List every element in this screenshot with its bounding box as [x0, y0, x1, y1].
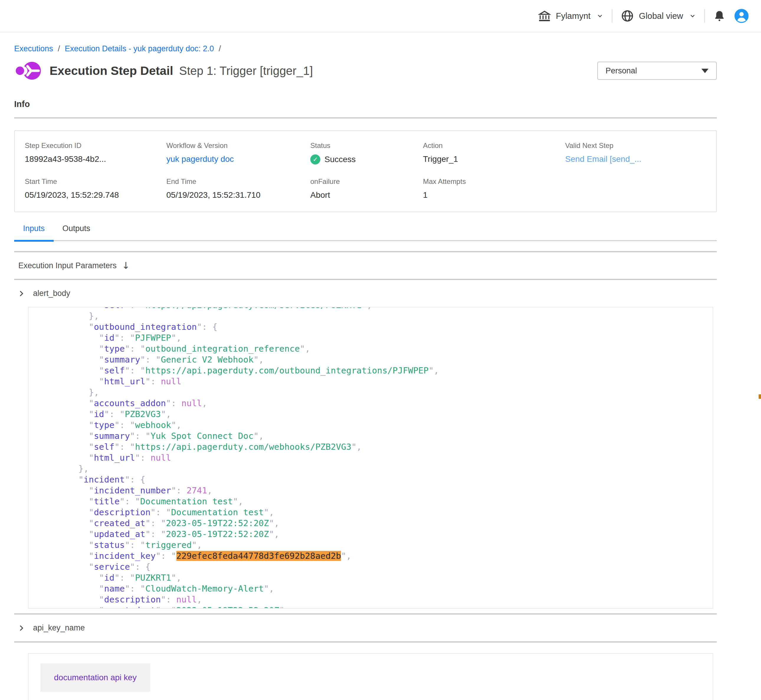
- globe-icon: [621, 9, 634, 23]
- scope-selected-value: Personal: [606, 66, 637, 75]
- field-label: Status: [310, 141, 423, 150]
- execution-input-parameters-header: Execution Input Parameters ↓: [14, 252, 717, 279]
- view-switcher[interactable]: Global view: [621, 9, 696, 23]
- field-step-execution-id: Step Execution ID 18992a43-9538-4b2...: [25, 141, 166, 164]
- api-key-name-expander[interactable]: api_key_name: [14, 614, 717, 641]
- field-label: Step Execution ID: [25, 141, 166, 150]
- params-header-label: Execution Input Parameters: [18, 261, 116, 270]
- info-heading: Info: [14, 99, 717, 109]
- notifications-button[interactable]: [713, 9, 726, 22]
- workflow-step-icon: [14, 61, 42, 81]
- field-value: Trigger_1: [423, 155, 565, 164]
- info-card: Step Execution ID 18992a43-9538-4b2... W…: [14, 130, 717, 212]
- breadcrumb-executions[interactable]: Executions: [14, 44, 53, 53]
- field-value: 1: [423, 191, 565, 200]
- page-title: Execution Step Detail: [50, 64, 173, 78]
- breadcrumb-separator: /: [219, 44, 221, 53]
- chevron-right-icon: [17, 289, 25, 298]
- tab-outputs[interactable]: Outputs: [54, 224, 99, 240]
- field-label: Start Time: [25, 177, 166, 186]
- page-subtitle: Step 1: Trigger [trigger_1]: [179, 64, 313, 78]
- alert-body-json-viewer[interactable]: "self": "https://api.pagerduty.com/servi…: [28, 307, 713, 609]
- bell-icon: [713, 9, 726, 22]
- field-label: End Time: [166, 177, 310, 186]
- chevron-down-icon: [597, 12, 603, 19]
- tab-inputs[interactable]: Inputs: [14, 224, 54, 240]
- next-step-link[interactable]: Send Email [send_...: [565, 155, 716, 164]
- field-value: 18992a43-9538-4b2...: [25, 155, 166, 164]
- scope-selector[interactable]: Personal: [597, 62, 717, 80]
- field-onfailure: onFailure Abort: [310, 177, 423, 200]
- chevron-down-icon: [689, 12, 696, 19]
- scrollbar-highlight-marker: [759, 394, 761, 399]
- field-value: 05/19/2023, 15:52:29.748: [25, 191, 166, 200]
- field-label: Workflow & Version: [166, 141, 310, 150]
- organization-icon: [538, 9, 551, 22]
- field-label: Max Attempts: [423, 177, 565, 186]
- field-workflow-version: Workflow & Version yuk pagerduty doc: [166, 141, 310, 164]
- detail-tabs: Inputs Outputs: [14, 224, 717, 241]
- field-label: onFailure: [310, 177, 423, 186]
- field-valid-next-step: Valid Next Step Send Email [send_...: [565, 141, 716, 164]
- topbar-divider: [705, 9, 705, 23]
- api-key-name-chip[interactable]: documentation api key: [41, 664, 150, 692]
- field-empty: [565, 177, 716, 200]
- field-end-time: End Time 05/19/2023, 15:52:31.710: [166, 177, 310, 200]
- org-switcher[interactable]: Fylamynt: [538, 9, 603, 22]
- field-label: Valid Next Step: [565, 141, 716, 150]
- topbar-divider: [612, 9, 612, 23]
- breadcrumb-execution-details[interactable]: Execution Details - yuk pagerduty doc: 2…: [65, 44, 214, 53]
- download-arrow-icon[interactable]: ↓: [122, 260, 130, 271]
- breadcrumb: Executions / Execution Details - yuk pag…: [14, 44, 717, 53]
- alert-body-expander[interactable]: alert_body: [14, 280, 717, 307]
- breadcrumb-separator: /: [58, 44, 60, 53]
- chevron-right-icon: [17, 624, 25, 632]
- page-header: Execution Step Detail Step 1: Trigger [t…: [14, 61, 717, 81]
- view-label: Global view: [639, 11, 683, 21]
- avatar: [734, 8, 749, 23]
- status-text: Success: [324, 155, 356, 164]
- json-code: "self": "https://api.pagerduty.com/servi…: [28, 307, 712, 609]
- caret-down-icon: [701, 69, 708, 73]
- user-menu[interactable]: [734, 8, 749, 23]
- api-key-name-label: api_key_name: [33, 623, 85, 633]
- field-value: 05/19/2023, 15:52:31.710: [166, 191, 310, 200]
- field-status: Status ✓ Success: [310, 141, 423, 164]
- workflow-link[interactable]: yuk pagerduty doc: [166, 155, 310, 164]
- field-start-time: Start Time 05/19/2023, 15:52:29.748: [25, 177, 166, 200]
- api-key-name-panel: documentation api key: [28, 653, 713, 700]
- success-check-icon: ✓: [310, 155, 320, 164]
- field-action: Action Trigger_1: [423, 141, 565, 164]
- field-label: Action: [423, 141, 565, 150]
- org-label: Fylamynt: [556, 11, 590, 21]
- field-max-attempts: Max Attempts 1: [423, 177, 565, 200]
- alert-body-label: alert_body: [33, 289, 70, 298]
- divider: [14, 117, 717, 119]
- field-value: Abort: [310, 191, 423, 200]
- divider: [14, 641, 717, 642]
- top-bar: Fylamynt Global view: [0, 0, 761, 33]
